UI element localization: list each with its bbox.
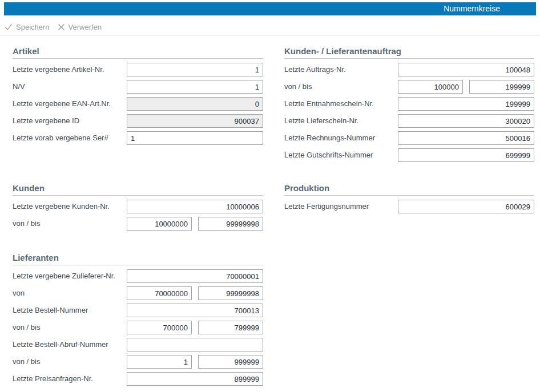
letzte-gutschrifts-nummer-input[interactable] — [398, 148, 534, 162]
section-kunden-lieferantenauftrag: Kunden- / Lieferantenauftrag Letzte Auft… — [284, 47, 534, 165]
field-row: Letzte vergebene Artikel-Nr. — [13, 63, 263, 76]
field-row: Letzte vergebene Zulieferer-Nr. — [13, 269, 263, 283]
kunden-von-input[interactable] — [127, 217, 192, 231]
titlebar: Nummernkreise — [4, 2, 536, 15]
save-button-label: Speichern — [16, 23, 50, 31]
letzte-vergebene-ean-art-nr-input — [127, 97, 263, 111]
field-row: Letzte vergebene ID — [13, 114, 263, 128]
field-row: Letzte Lieferschein-Nr. — [284, 114, 534, 128]
bestell-abruf-bis-input[interactable] — [198, 355, 263, 369]
field-label: Letzte Lieferschein-Nr. — [284, 114, 398, 128]
auftrag-von-input[interactable] — [398, 80, 463, 94]
section-lieferanten: Lieferanten Letzte vergebene Zulieferer-… — [13, 253, 263, 389]
field-label: von / bis — [13, 217, 127, 231]
letzte-rechnungs-nummer-input[interactable] — [398, 131, 534, 145]
field-row: von / bis — [13, 217, 263, 231]
field-label: Letzte Bestell-Abruf-Nummer — [13, 338, 127, 351]
letzte-vergebene-id-input — [127, 114, 263, 128]
field-row: Letzte Gutschrifts-Nummer — [284, 148, 534, 162]
save-button[interactable]: Speichern — [5, 23, 50, 31]
field-row: N/V — [13, 80, 263, 94]
toolbar: Speichern Verwerfen — [5, 20, 540, 34]
zulieferer-von-input[interactable] — [127, 286, 192, 300]
field-label: Letzte vorab vergebene Ser# — [13, 131, 127, 145]
section-artikel-title: Artikel — [13, 47, 263, 59]
field-label: Letzte vergebene EAN-Art.Nr. — [13, 97, 127, 111]
letzte-vergebene-artikel-nr-input[interactable] — [127, 63, 263, 76]
field-label: N/V — [13, 80, 127, 94]
x-icon — [58, 23, 65, 31]
checkmark-icon — [5, 23, 13, 31]
field-label: von — [13, 286, 127, 300]
letzte-vergebene-zulieferer-nr-input[interactable] — [127, 269, 263, 283]
field-label: Letzte vergebene Kunden-Nr. — [13, 200, 127, 213]
field-label: Letzte vergebene Artikel-Nr. — [13, 63, 127, 76]
field-label: Letzte Entnahmeschein-Nr. — [284, 97, 398, 111]
field-row: Letzte Bestell-Abruf-Nummer — [13, 338, 263, 351]
field-row: Letzte Fertigungsnummer — [284, 200, 534, 213]
field-row: Letzte vergebene EAN-Art.Nr. — [13, 97, 263, 111]
letzte-vergebene-kunden-nr-input[interactable] — [127, 200, 263, 213]
letzte-fertigungsnummer-input[interactable] — [398, 200, 534, 213]
field-row: Letzte Preisanfragen-Nr. — [13, 372, 263, 386]
letzte-bestell-nummer-input[interactable] — [127, 304, 263, 317]
field-row: Letzte Auftrags-Nr. — [284, 63, 534, 76]
field-row: von — [13, 286, 263, 300]
field-label: Letzte Bestell-Nummer — [13, 304, 127, 317]
field-label: Letzte Preisanfragen-Nr. — [13, 372, 127, 386]
section-lieferanten-title: Lieferanten — [13, 253, 263, 265]
letzte-vorab-vergebene-ser-input[interactable] — [127, 131, 263, 145]
field-row: Letzte vorab vergebene Ser# — [13, 131, 263, 145]
field-label: von / bis — [13, 355, 127, 369]
field-row: Letzte vergebene Kunden-Nr. — [13, 200, 263, 213]
section-kunden: Kunden Letzte vergebene Kunden-Nr. von /… — [13, 184, 263, 234]
section-kunden-title: Kunden — [13, 184, 263, 196]
left-column: Artikel Letzte vergebene Artikel-Nr. N/V… — [13, 35, 263, 389]
field-row: Letzte Entnahmeschein-Nr. — [284, 97, 534, 111]
letzte-preisanfragen-nr-input[interactable] — [127, 372, 263, 386]
page-content: Artikel Letzte vergebene Artikel-Nr. N/V… — [0, 35, 540, 391]
bestell-abruf-von-input[interactable] — [127, 355, 192, 369]
field-label: von / bis — [284, 80, 398, 94]
bestell-von-input[interactable] — [127, 321, 192, 334]
zulieferer-bis-input[interactable] — [198, 286, 263, 300]
field-label: Letzte Fertigungsnummer — [284, 200, 398, 213]
right-column: Kunden- / Lieferantenauftrag Letzte Auft… — [284, 35, 534, 217]
section-produktion: Produktion Letzte Fertigungsnummer — [284, 184, 534, 217]
field-row: Letzte Rechnungs-Nummer — [284, 131, 534, 145]
page-title: Nummernkreise — [444, 2, 500, 15]
field-label: Letzte Rechnungs-Nummer — [284, 131, 398, 145]
discard-button-label: Verwerfen — [68, 23, 102, 31]
field-row: von / bis — [13, 355, 263, 369]
field-label: Letzte Auftrags-Nr. — [284, 63, 398, 76]
field-label: von / bis — [13, 321, 127, 334]
letzte-bestell-abruf-nummer-input[interactable] — [127, 338, 263, 351]
letzte-entnahmeschein-nr-input[interactable] — [398, 97, 534, 111]
letzte-lieferschein-nr-input[interactable] — [398, 114, 534, 128]
field-row: Letzte Bestell-Nummer — [13, 304, 263, 317]
auftrag-bis-input[interactable] — [469, 80, 534, 94]
field-label: Letzte Gutschrifts-Nummer — [284, 148, 398, 162]
bestell-bis-input[interactable] — [198, 321, 263, 334]
kunden-bis-input[interactable] — [198, 217, 263, 231]
n-v-input[interactable] — [127, 80, 263, 94]
letzte-auftrags-nr-input[interactable] — [398, 63, 534, 76]
field-row: von / bis — [13, 321, 263, 334]
section-produktion-title: Produktion — [284, 184, 534, 196]
section-artikel: Artikel Letzte vergebene Artikel-Nr. N/V… — [13, 47, 263, 148]
field-row: von / bis — [284, 80, 534, 94]
discard-button[interactable]: Verwerfen — [58, 23, 102, 31]
field-label: Letzte vergebene ID — [13, 114, 127, 128]
section-kunden-lieferantenauftrag-title: Kunden- / Lieferantenauftrag — [284, 47, 534, 59]
field-label: Letzte vergebene Zulieferer-Nr. — [13, 269, 127, 283]
